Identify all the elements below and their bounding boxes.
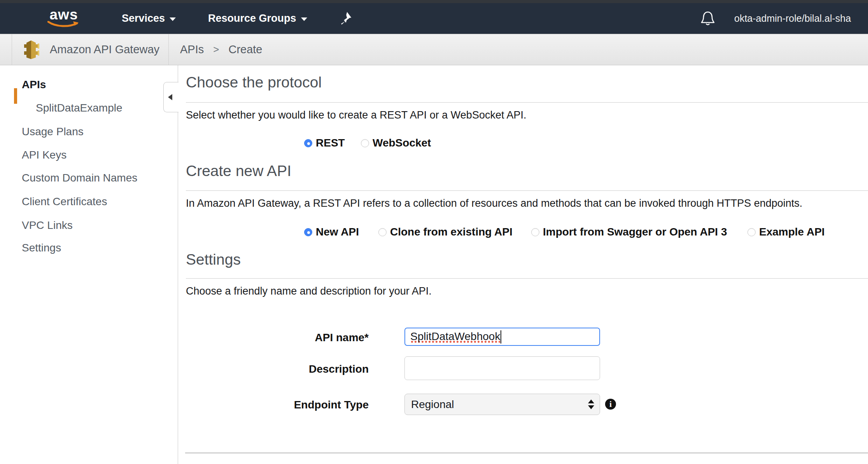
bell-icon xyxy=(700,10,716,27)
protocol-websocket-radio[interactable]: WebSocket xyxy=(361,137,431,149)
breadcrumb-separator: > xyxy=(213,44,219,56)
sidebar-item-client-certificates[interactable]: Client Certificates xyxy=(0,194,178,210)
description-label: Description xyxy=(186,363,369,375)
api-gateway-service-icon xyxy=(23,40,44,61)
settings-section-description: Choose a friendly name and description f… xyxy=(186,285,432,297)
nav-resource-groups-menu[interactable]: Resource Groups xyxy=(208,3,307,34)
section-divider xyxy=(186,102,868,103)
chevron-down-icon xyxy=(301,17,307,21)
sidebar-collapse-button[interactable] xyxy=(163,82,178,112)
section-divider xyxy=(186,278,868,279)
settings-section-title: Settings xyxy=(186,251,241,268)
protocol-section-title: Choose the protocol xyxy=(186,74,322,91)
sidebar-item-api-keys[interactable]: API Keys xyxy=(0,147,178,163)
radio-unselected-icon xyxy=(531,228,539,236)
pin-shortcut-button[interactable] xyxy=(341,3,354,34)
sidebar-item-custom-domain-names[interactable]: Custom Domain Names xyxy=(0,170,178,186)
text-cursor xyxy=(500,330,501,344)
aws-logo[interactable]: aws xyxy=(46,8,82,30)
sidebar-item-splitdataexample[interactable]: SplitDataExample xyxy=(0,100,178,116)
radio-selected-icon xyxy=(304,139,312,147)
nav-services-menu[interactable]: Services xyxy=(122,3,176,34)
breadcrumb-divider xyxy=(12,34,12,65)
create-section-description: In Amazon API Gateway, a REST API refers… xyxy=(186,197,802,209)
sidebar-item-vpc-links[interactable]: VPC Links xyxy=(0,217,178,234)
nav-resource-groups-label: Resource Groups xyxy=(208,12,296,24)
info-icon[interactable]: i xyxy=(605,399,616,410)
create-new-api-radio[interactable]: New API xyxy=(304,226,359,238)
chevron-left-icon xyxy=(168,94,172,100)
breadcrumb-bar: Amazon API Gateway APIs > Create xyxy=(0,34,868,65)
sidebar-item-apis[interactable]: APIs xyxy=(0,77,178,93)
nav-services-label: Services xyxy=(122,12,165,24)
protocol-section-description: Select whether you would like to create … xyxy=(186,109,526,121)
select-stepper-icon xyxy=(588,394,594,415)
chevron-down-icon xyxy=(170,17,176,21)
sidebar-item-usage-plans[interactable]: Usage Plans xyxy=(0,124,178,140)
endpoint-type-value: Regional xyxy=(411,398,454,411)
create-clone-api-radio[interactable]: Clone from existing API xyxy=(378,226,513,238)
aws-logo-text: aws xyxy=(46,8,82,22)
radio-unselected-icon xyxy=(747,228,756,236)
create-section-title: Create new API xyxy=(186,162,291,180)
description-input[interactable] xyxy=(404,356,600,380)
aws-top-navbar: aws Services Resource Groups ok xyxy=(0,3,868,34)
breadcrumb-divider xyxy=(168,34,169,65)
radio-selected-icon xyxy=(304,228,312,236)
sidebar-nav: APIs SplitDataExample Usage Plans API Ke… xyxy=(0,65,178,464)
api-name-input[interactable]: SplitDataWebhook xyxy=(404,328,600,346)
create-example-api-radio[interactable]: Example API xyxy=(747,226,825,238)
create-import-swagger-radio[interactable]: Import from Swagger or Open API 3 xyxy=(531,226,727,238)
api-name-label: API name* xyxy=(186,331,369,344)
endpoint-type-select[interactable]: Regional xyxy=(404,394,600,415)
radio-unselected-icon xyxy=(361,139,369,147)
aws-console-page: aws Services Resource Groups ok xyxy=(0,0,868,464)
endpoint-type-label: Endpoint Type xyxy=(186,399,369,411)
protocol-rest-radio[interactable]: REST xyxy=(304,137,345,149)
breadcrumb-apis-link[interactable]: APIs xyxy=(180,43,204,56)
section-divider xyxy=(185,452,868,454)
pushpin-icon xyxy=(341,11,354,26)
account-role-menu[interactable]: okta-admin-role/bilal.al-sha xyxy=(734,3,851,34)
account-role-label: okta-admin-role/bilal.al-sha xyxy=(734,13,851,24)
section-divider xyxy=(186,190,868,191)
api-name-value: SplitDataWebhook xyxy=(410,330,500,344)
notifications-button[interactable] xyxy=(700,3,716,34)
breadcrumb-service-name[interactable]: Amazon API Gateway xyxy=(50,34,159,65)
sidebar-item-settings[interactable]: Settings xyxy=(0,240,178,256)
radio-unselected-icon xyxy=(378,228,387,236)
window-chrome-strip xyxy=(0,0,868,3)
breadcrumb-current-page: Create xyxy=(228,43,262,56)
breadcrumb: APIs > Create xyxy=(180,34,262,65)
